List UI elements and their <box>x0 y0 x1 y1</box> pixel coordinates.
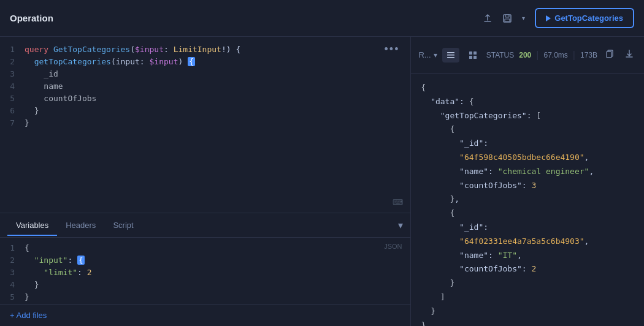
code-line-4: 4 name <box>0 81 410 93</box>
response-label: R... ▾ <box>418 50 437 59</box>
tab-right: ▾ <box>398 219 403 231</box>
top-bar: Operation ▾ GetTopCategories <box>0 0 644 37</box>
svg-rect-7 <box>473 51 477 55</box>
svg-rect-5 <box>447 57 454 58</box>
add-files-bar: + Add files <box>0 304 410 326</box>
resp-line-8: "countOfJobs": 3 <box>421 179 634 193</box>
resp-line-9: }, <box>421 192 634 207</box>
resp-line-4: { <box>421 123 634 137</box>
status-section: STATUS 200 | 67.0ms | 173B <box>486 50 597 61</box>
status-label: STATUS <box>486 51 515 59</box>
run-icon <box>546 15 551 21</box>
svg-rect-11 <box>607 51 611 58</box>
add-files-button[interactable]: + Add files <box>10 311 47 320</box>
upload-icon <box>483 13 493 23</box>
resp-line-3: "getTopCategories": [ <box>421 109 634 123</box>
resp-line-5: "_id": <box>421 137 634 151</box>
copy-response-button[interactable] <box>602 47 617 63</box>
resp-line-6: "64f598c40505bdbec66e4190", <box>421 151 634 165</box>
svg-rect-3 <box>447 52 454 53</box>
top-bar-icons: ▾ <box>480 11 527 26</box>
resp-line-2: "data": { <box>421 95 634 109</box>
keyboard-hint: ⌨ <box>393 198 403 207</box>
operation-title: Operation <box>10 13 480 23</box>
tab-script[interactable]: Script <box>104 216 142 236</box>
grid-icon <box>468 50 478 60</box>
svg-rect-2 <box>505 19 510 21</box>
tab-chevron-button[interactable]: ▾ <box>398 219 403 231</box>
upload-button[interactable] <box>480 11 495 26</box>
lines-view-button[interactable] <box>442 48 459 63</box>
resp-line-18: } <box>421 319 634 326</box>
code-line-2: 2 getTopCategories(input: $input) { <box>0 56 410 69</box>
lines-icon <box>446 50 456 60</box>
status-code: 200 <box>519 51 531 59</box>
bottom-panel: Variables Headers Script ▾ JSON 1 { 2 "i… <box>0 213 410 326</box>
resp-line-15: } <box>421 276 634 290</box>
add-files-label: + Add files <box>10 311 47 320</box>
resp-line-10: { <box>421 207 634 221</box>
response-label-text: R... <box>418 50 431 59</box>
variables-content[interactable]: JSON 1 { 2 "input": { 3 "limit": 2 <box>0 238 410 304</box>
download-response-button[interactable] <box>622 47 637 63</box>
main-content: ••• 1 query GetTopCategories($input: Lim… <box>0 37 644 326</box>
svg-rect-4 <box>447 55 454 56</box>
run-button[interactable]: GetTopCategories <box>535 8 634 28</box>
copy-icon <box>605 49 615 59</box>
svg-rect-6 <box>469 51 472 55</box>
var-line-2: 2 "input": { <box>0 255 410 267</box>
download-icon <box>624 49 634 59</box>
right-panel: R... ▾ STATUS 200 <box>411 37 644 326</box>
code-line-1: 1 query GetTopCategories($input: LimitIn… <box>0 44 410 56</box>
resp-line-17: } <box>421 305 634 319</box>
tab-variables[interactable]: Variables <box>7 216 57 236</box>
code-line-5: 5 countOfJobs <box>0 93 410 105</box>
editor-toolbar: ••• <box>381 42 404 57</box>
var-line-4: 4 } <box>0 279 410 292</box>
resp-line-13: "name": "IT", <box>421 249 634 263</box>
resp-line-7: "name": "chemical engineer", <box>421 165 634 179</box>
tab-headers[interactable]: Headers <box>57 216 104 236</box>
resp-line-11: "_id": <box>421 221 634 235</box>
response-chevron: ▾ <box>434 51 437 59</box>
code-line-7: 7 } <box>0 118 410 130</box>
resp-line-12: "64f02331ee4a7a5a5c6b4903", <box>421 235 634 249</box>
run-button-label: GetTopCategories <box>554 13 623 23</box>
resp-line-1: { <box>421 81 634 95</box>
response-json[interactable]: { "data": { "getTopCategories": [ { "_id… <box>411 74 644 326</box>
json-label: JSON <box>384 243 402 250</box>
response-bar: R... ▾ STATUS 200 <box>411 37 644 74</box>
save-button[interactable] <box>500 11 515 26</box>
resp-line-16: ] <box>421 290 634 305</box>
more-options-button[interactable]: ••• <box>381 42 404 57</box>
save-dropdown-button[interactable]: ▾ <box>519 12 527 24</box>
code-editor[interactable]: ••• 1 query GetTopCategories($input: Lim… <box>0 37 410 213</box>
response-size: 173B <box>580 51 597 59</box>
response-time: 67.0ms <box>543 51 567 59</box>
svg-rect-9 <box>473 56 477 59</box>
save-icon <box>502 13 512 23</box>
svg-rect-8 <box>469 56 472 59</box>
tab-bar: Variables Headers Script ▾ <box>0 213 410 238</box>
var-line-1: 1 { <box>0 243 410 255</box>
left-panel: ••• 1 query GetTopCategories($input: Lim… <box>0 37 411 326</box>
code-line-6: 6 } <box>0 105 410 118</box>
code-line-3: 3 _id <box>0 69 410 81</box>
var-line-3: 3 "limit": 2 <box>0 267 410 279</box>
resp-line-14: "countOfJobs": 2 <box>421 262 634 276</box>
var-line-5: 5 } <box>0 292 410 304</box>
grid-view-button[interactable] <box>464 48 481 63</box>
